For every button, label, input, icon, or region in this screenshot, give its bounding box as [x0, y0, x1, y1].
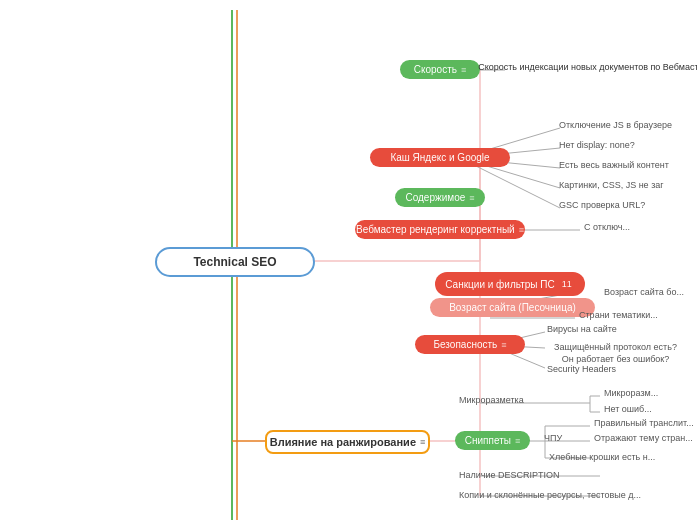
content-c4: Картинки, CSS, JS не заг: [555, 178, 668, 192]
main-node-label: Technical SEO: [193, 255, 276, 269]
microdata-c2: Нет ошиб...: [600, 402, 656, 416]
webmaster-label: Вебмастер рендеринг корректный: [356, 224, 515, 235]
microdata-c1: Микроразм...: [600, 386, 662, 400]
expand-icon4[interactable]: ≡: [501, 340, 506, 350]
description-node: Наличие DESCRIPTION: [455, 468, 564, 482]
content-label: Содержимое: [405, 192, 465, 203]
security-node: Безопасность ≡: [415, 335, 525, 354]
chpu-node: ЧПУ: [540, 431, 566, 445]
expand-icon[interactable]: ≡: [461, 65, 466, 75]
content-c3: Есть весь важный контент: [555, 158, 673, 172]
chpu-c2: Отражают тему стран...: [590, 431, 697, 445]
cache-label: Каш Яндекс и Google: [390, 152, 489, 163]
speed-node: Скорость ≡: [400, 60, 480, 79]
speed-child1: Скорость индексации новых документов по …: [503, 60, 688, 74]
age-c1: Возраст сайта бо...: [600, 285, 688, 299]
speed-child1-label: Скорость индексации новых документов по …: [478, 62, 697, 72]
mindmap-container: Technical SEO Скорость ≡ Скорость индекс…: [0, 0, 697, 520]
expand-icon5[interactable]: ≡: [420, 437, 425, 447]
speed-label: Скорость: [414, 64, 457, 75]
security-headers-node: Security Headers: [543, 362, 620, 376]
content-c5: GSC проверка URL?: [555, 198, 649, 212]
breadcrumbs-node: Хлебные крошки есть н...: [545, 450, 659, 464]
cache-node: Каш Яндекс и Google: [370, 148, 510, 167]
security-label: Безопасность: [433, 339, 497, 350]
expand-icon2[interactable]: ≡: [469, 193, 474, 203]
sanctions-node: Санкции и фильтры ПС 11: [435, 272, 585, 296]
age-label: Возраст сайта (Песочница): [449, 302, 576, 313]
influence-label: Влияние на ранжирование: [270, 436, 416, 448]
webmaster-node: Вебмастер рендеринг корректный ≡: [355, 220, 525, 239]
sanctions-label: Санкции и фильтры ПС: [445, 279, 554, 290]
copies-node: Копии и склонённые ресурсы, тестовые д..…: [455, 488, 645, 502]
content-node: Содержимое ≡: [395, 188, 485, 207]
expand-icon3[interactable]: ≡: [519, 225, 524, 235]
influence-node: Влияние на ранжирование ≡: [265, 430, 430, 454]
content-c2: Нет display: none?: [555, 138, 639, 152]
webmaster-c1: С отключ...: [580, 220, 634, 234]
main-node: Technical SEO: [155, 247, 315, 277]
expand-icon6[interactable]: ≡: [515, 436, 520, 446]
security-c1: Страни тематики...: [575, 308, 662, 322]
age-node: Возраст сайта (Песочница): [430, 298, 595, 317]
snippets-node: Сниппеты ≡: [455, 431, 530, 450]
chpu-c1: Правильный транслит...: [590, 416, 697, 430]
virus-node: Вирусы на сайте: [543, 322, 621, 336]
sanctions-badge: 11: [559, 276, 575, 292]
content-c1: Отключение JS в браузере: [555, 118, 676, 132]
snippets-label: Сниппеты: [465, 435, 511, 446]
microdata-node: Микроразметка: [455, 393, 528, 407]
